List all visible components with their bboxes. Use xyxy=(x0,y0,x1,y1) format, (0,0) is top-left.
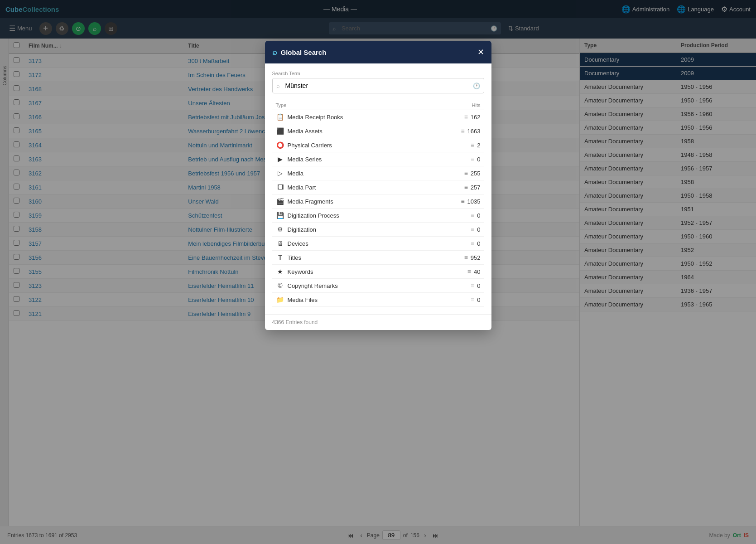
modal-result-row[interactable]: T Titles ≡ 952 xyxy=(272,251,484,265)
modal-body: Search Term ⌕ 🕐 Type Hits 📋 Media Receip… xyxy=(265,63,491,314)
type-icon-media-fragments: 🎬 xyxy=(276,198,285,205)
rows-icon: ≡ xyxy=(464,170,468,177)
type-icon-devices: 🖥 xyxy=(276,240,285,247)
rows-icon: ≡ xyxy=(471,155,474,163)
modal-result-row[interactable]: 📋 Media Receipt Books ≡ 162 xyxy=(272,110,484,124)
modal-hits-cell: ≡ 952 xyxy=(428,251,484,265)
type-label: Digitization Process xyxy=(288,212,339,219)
search-term-label: Search Term xyxy=(272,71,484,76)
modal-hits-cell: ≡ 162 xyxy=(428,110,484,124)
type-icon-keywords: ★ xyxy=(276,268,285,275)
modal-title-text: Global Search xyxy=(281,49,327,56)
modal-title: ⌕ Global Search xyxy=(272,48,327,57)
hits-value: 257 xyxy=(471,184,481,191)
type-icon-media-series: ▶ xyxy=(276,155,285,163)
modal-search-input[interactable] xyxy=(273,78,484,93)
hits-value: 0 xyxy=(477,156,480,163)
modal-hits-cell: ≡ 1663 xyxy=(428,124,484,138)
type-label: Copyright Remarks xyxy=(288,282,338,289)
modal-type-cell: ⚙ Digitization xyxy=(272,223,429,237)
modal-clock-icon[interactable]: 🕐 xyxy=(473,83,480,89)
modal-type-cell: ⬛ Media Assets xyxy=(272,124,429,138)
type-label: Media Series xyxy=(288,156,322,163)
rows-icon: ≡ xyxy=(467,268,471,275)
type-label: Media Fragments xyxy=(288,198,333,205)
modal-type-cell: 📁 Media Files xyxy=(272,293,429,307)
modal-hits-cell: ≡ 0 xyxy=(428,237,484,251)
hits-value: 1035 xyxy=(467,198,481,205)
hits-value: 0 xyxy=(477,240,480,247)
rows-icon: ≡ xyxy=(464,184,468,191)
type-icon-media-asset: ⬛ xyxy=(276,127,285,135)
modal-results-table: Type Hits 📋 Media Receipt Books ≡ 162 ⬛ xyxy=(272,101,484,307)
type-label: Media Assets xyxy=(288,128,323,135)
modal-result-row[interactable]: ★ Keywords ≡ 40 xyxy=(272,265,484,279)
modal-search-wrap: ⌕ 🕐 xyxy=(272,78,484,93)
modal-result-row[interactable]: ⭕ Physical Carriers ≡ 2 xyxy=(272,138,484,152)
hits-value: 2 xyxy=(477,142,480,149)
type-label: Digitization xyxy=(288,226,317,233)
type-icon-digitization-process: 💾 xyxy=(276,212,285,219)
modal-type-cell: 💾 Digitization Process xyxy=(272,209,429,223)
modal-result-row: 📁 Media Files ≡ 0 xyxy=(272,293,484,307)
type-label: Titles xyxy=(288,254,302,261)
modal-type-cell: © Copyright Remarks xyxy=(272,279,429,293)
modal-hits-cell: ≡ 2 xyxy=(428,138,484,152)
type-label: Media Files xyxy=(288,296,318,303)
modal-type-cell: 🖥 Devices xyxy=(272,237,429,251)
hits-value: 162 xyxy=(471,114,481,121)
modal-header: ⌕ Global Search ✕ xyxy=(265,41,491,63)
rows-icon: ≡ xyxy=(471,226,474,233)
modal-type-cell: 🎞 Media Part xyxy=(272,180,429,194)
modal-hits-cell: ≡ 40 xyxy=(428,265,484,279)
rows-icon: ≡ xyxy=(471,296,474,303)
modal-result-row[interactable]: 🎬 Media Fragments ≡ 1035 xyxy=(272,194,484,209)
modal-result-row[interactable]: 🎞 Media Part ≡ 257 xyxy=(272,180,484,194)
modal-hits-header: Hits xyxy=(428,101,484,110)
hits-value: 0 xyxy=(477,296,480,303)
modal-type-cell: T Titles xyxy=(272,251,429,265)
modal-footer: 4366 Entries found xyxy=(265,314,491,330)
modal-hits-cell: ≡ 0 xyxy=(428,223,484,237)
modal-type-cell: 📋 Media Receipt Books xyxy=(272,110,429,124)
modal-hits-cell: ≡ 1035 xyxy=(428,194,484,209)
type-label: Keywords xyxy=(288,268,313,275)
modal-type-header: Type xyxy=(272,101,429,110)
modal-result-row[interactable]: ⬛ Media Assets ≡ 1663 xyxy=(272,124,484,138)
type-icon-physical: ⭕ xyxy=(276,141,285,149)
rows-icon: ≡ xyxy=(471,282,474,289)
modal-result-row: ⚙ Digitization ≡ 0 xyxy=(272,223,484,237)
modal-type-cell: ⭕ Physical Carriers xyxy=(272,138,429,152)
type-icon-media: ▷ xyxy=(276,170,285,177)
rows-icon: ≡ xyxy=(464,254,468,261)
entries-found: 4366 Entries found xyxy=(272,319,318,325)
hits-value: 0 xyxy=(477,226,480,233)
modal-result-row: © Copyright Remarks ≡ 0 xyxy=(272,279,484,293)
modal-overlay: ⌕ Global Search ✕ Search Term ⌕ 🕐 Type H… xyxy=(0,0,756,544)
hits-value: 255 xyxy=(471,170,481,177)
type-label: Media Receipt Books xyxy=(288,114,343,121)
type-label: Devices xyxy=(288,240,308,247)
rows-icon: ≡ xyxy=(471,212,474,219)
modal-hits-cell: ≡ 255 xyxy=(428,166,484,180)
modal-type-cell: ▶ Media Series xyxy=(272,152,429,166)
modal-result-row: ▶ Media Series ≡ 0 xyxy=(272,152,484,166)
type-label: Media xyxy=(288,170,303,177)
rows-icon: ≡ xyxy=(471,240,474,247)
modal-hits-cell: ≡ 257 xyxy=(428,180,484,194)
type-icon-media-part: 🎞 xyxy=(276,184,285,191)
modal-close-button[interactable]: ✕ xyxy=(477,47,484,57)
modal-result-row[interactable]: ▷ Media ≡ 255 xyxy=(272,166,484,180)
modal-type-cell: 🎬 Media Fragments xyxy=(272,194,429,209)
type-label: Physical Carriers xyxy=(288,142,332,149)
rows-icon: ≡ xyxy=(464,113,468,121)
modal-result-row: 💾 Digitization Process ≡ 0 xyxy=(272,209,484,223)
modal-hits-cell: ≡ 0 xyxy=(428,293,484,307)
modal-type-cell: ★ Keywords xyxy=(272,265,429,279)
rows-icon: ≡ xyxy=(461,127,464,135)
modal-search-icon: ⌕ xyxy=(276,83,280,89)
type-icon-titles: T xyxy=(276,254,285,261)
rows-icon: ≡ xyxy=(461,198,464,205)
search-logo-icon: ⌕ xyxy=(272,48,277,57)
hits-value: 0 xyxy=(477,282,480,289)
